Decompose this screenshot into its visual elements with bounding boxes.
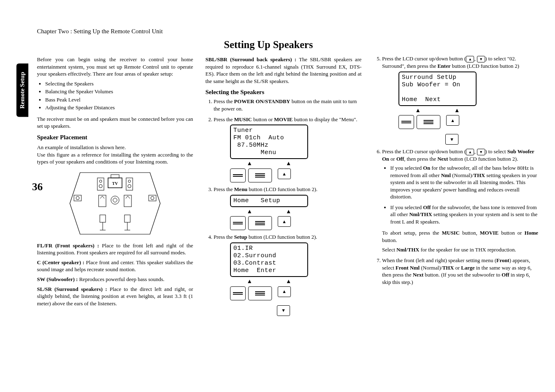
svg-rect-12: [149, 195, 156, 201]
svg-point-11: [76, 196, 79, 200]
svg-point-5: [99, 180, 102, 182]
lcd-function-button-1: [230, 216, 246, 230]
column-center: SBL/SBR (Surround back speakers) : The S…: [205, 53, 362, 320]
list-item: Selecting the Speakers: [45, 80, 193, 88]
svg-rect-3: [111, 175, 119, 178]
svg-point-6: [99, 184, 102, 188]
steps-list: Press the POWER ON/STANDBY button on the…: [214, 98, 362, 316]
svg-rect-14: [99, 195, 106, 207]
cursor-up-icon: ▲: [278, 168, 291, 179]
lcd-function-button-2: [417, 115, 440, 129]
lcd-function-button-2: [248, 168, 272, 182]
step-6: Press the LCD cursor up/down button (▲, …: [382, 148, 538, 254]
svg-point-8: [128, 180, 131, 182]
cursor-up-icon: ▲: [278, 216, 291, 227]
bullet-on: If you selected On for the subwoofer, al…: [390, 164, 538, 201]
lcd-screen: Home Setup: [230, 195, 308, 207]
room-layout-diagram: TV: [68, 171, 162, 236]
lcd-screen: 01.IR 02.Surround 03.Contrast Home Enter: [230, 242, 308, 277]
lcd-function-button-1: [230, 286, 246, 300]
chapter-header: Chapter Two : Setting Up the Remote Cont…: [37, 28, 163, 35]
flfr-text: FL/FR (Front speakers) : Place to the fr…: [37, 242, 193, 256]
step-1: Press the POWER ON/STANDBY button on the…: [214, 98, 362, 112]
lcd-panel-tuner: Tuner FM 01ch Auto 87.50MHz Menu ▲▲ ▲: [230, 125, 308, 182]
cursor-up-icon: ▲: [466, 56, 474, 62]
lcd-panel-menu: 01.IR 02.Surround 03.Contrast Home Enter…: [230, 242, 308, 316]
lcd-function-button-2: [248, 216, 272, 230]
svg-rect-10: [74, 195, 81, 201]
cursor-up-icon: ▲: [466, 149, 474, 155]
lcd-panel-homesetup: Home Setup ▲▲ ▲: [230, 195, 308, 231]
steps-list-cont: Press the LCD cursor up/down button (▲, …: [382, 55, 538, 286]
selecting-heading: Selecting the Speakers: [205, 88, 362, 96]
indicator-arrow-icon: ▲: [438, 107, 477, 115]
column-right: Press the LCD cursor up/down button (▲, …: [374, 53, 538, 320]
intro-text: Before you can begin using the receiver …: [37, 56, 193, 78]
column-left: Before you can begin using the receiver …: [37, 53, 193, 320]
svg-rect-18: [100, 215, 106, 222]
indicator-arrow-icon: ▲: [269, 278, 308, 286]
svg-rect-17: [124, 195, 131, 207]
step-5: Press the LCD cursor up/down button (▲, …: [382, 55, 538, 145]
c-text: C (Center speaker) : Place front and cen…: [37, 259, 193, 273]
step-3: Press the Menu button (LCD function butt…: [214, 186, 362, 230]
placement-intro2: Use this figure as a reference for insta…: [37, 151, 193, 166]
step-7: When the front (left and right) speaker …: [382, 257, 538, 286]
svg-rect-21: [124, 215, 130, 222]
placement-heading: Speaker Placement: [37, 133, 193, 141]
list-item: Balancing the Speaker Volumes: [45, 88, 193, 95]
lcd-screen: Tuner FM 01ch Auto 87.50MHz Menu: [230, 125, 308, 159]
cursor-down-icon: ▼: [445, 134, 458, 145]
list-item: Adjusting the Speaker Distances: [45, 104, 193, 111]
lcd-screen: Surround SetUp Sub Woofer = On Home Next: [398, 71, 477, 106]
lcd-function-button-1: [398, 115, 414, 129]
indicator-arrow-icon: ▲: [230, 160, 269, 168]
abort-text: To abort setup, press the MUSIC button, …: [382, 229, 538, 244]
slsr-text: SL/SR (Surround speakers) : Place to the…: [37, 286, 193, 307]
cursor-down-icon: ▼: [277, 305, 290, 316]
indicator-arrow-icon: ▲: [269, 208, 308, 216]
indicator-arrow-icon: ▲: [230, 208, 269, 216]
main-title: Setting Up Speakers: [224, 39, 313, 51]
indicator-arrow-icon: ▲: [398, 107, 438, 115]
placement-intro1: An example of installation is shown here…: [37, 144, 193, 151]
cursor-down-icon: ▼: [477, 56, 485, 62]
cursor-down-icon: ▼: [477, 149, 485, 155]
step-4: Press the Setup button (LCD function but…: [214, 233, 362, 316]
svg-text:TV: TV: [112, 181, 118, 186]
lcd-panel-surround: Surround SetUp Sub Woofer = On Home Next…: [398, 71, 477, 145]
sw-text: SW (Subwoofer) : Reproduces powerful dee…: [37, 276, 193, 283]
prereq-text: The receiver must be on and speakers mus…: [37, 115, 193, 130]
setup-areas-list: Selecting the Speakers Balancing the Spe…: [45, 80, 193, 111]
sidebar-tab: Remote Setup: [16, 64, 28, 117]
svg-point-15: [111, 196, 119, 204]
list-item: Bass Peak Level: [45, 96, 193, 104]
lcd-function-button-1: [230, 168, 246, 182]
bullet-off: If you selected Off for the subwoofer, t…: [390, 204, 538, 226]
cursor-up-icon: ▲: [446, 115, 459, 126]
select-text: Select Nml/THX for the speaker for use i…: [382, 246, 538, 254]
lcd-function-button-2: [248, 286, 272, 300]
svg-point-13: [151, 196, 154, 200]
sub-bullet-list: If you selected On for the subwoofer, al…: [390, 164, 538, 225]
svg-point-9: [128, 184, 131, 188]
cursor-up-icon: ▲: [278, 286, 291, 297]
sblsbr-text: SBL/SBR (Surround back speakers) : The S…: [205, 56, 362, 85]
step-2: Press the MUSIC button or MOVIE button t…: [214, 116, 362, 182]
svg-point-16: [113, 198, 117, 202]
indicator-arrow-icon: ▲: [230, 278, 269, 286]
indicator-arrow-icon: ▲: [269, 160, 308, 168]
